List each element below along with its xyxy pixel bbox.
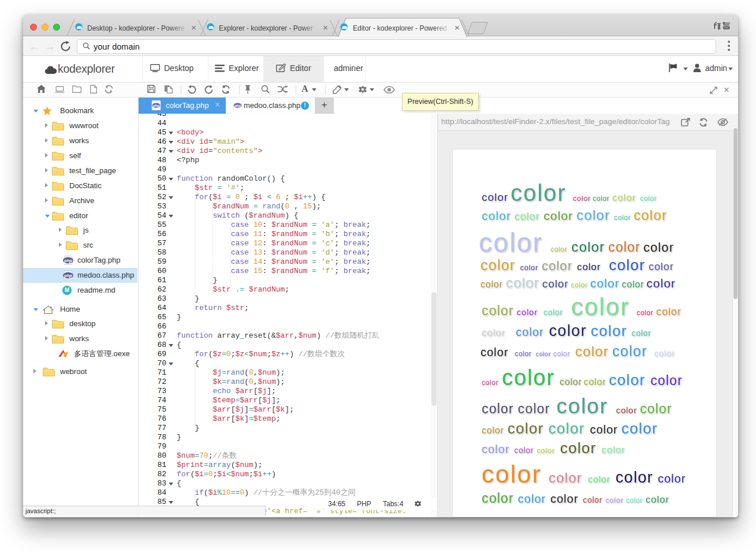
svg-text:php: php (152, 103, 159, 107)
svg-text:php: php (64, 273, 72, 278)
svg-text:php: php (234, 103, 241, 107)
svg-text:php: php (64, 258, 72, 263)
